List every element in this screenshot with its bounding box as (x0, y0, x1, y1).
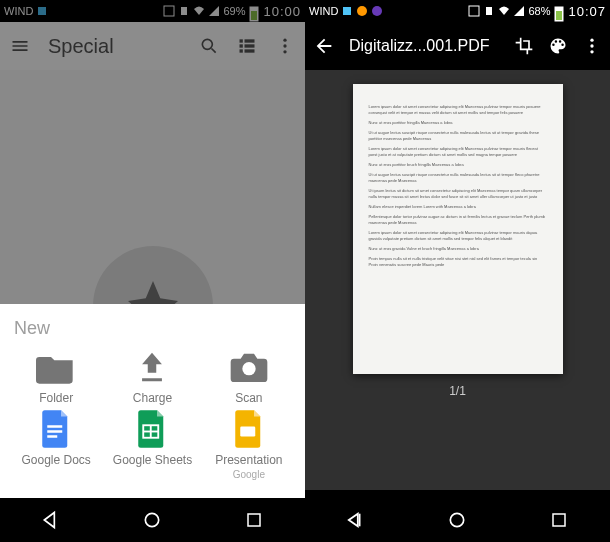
item-label: Scan (235, 391, 262, 405)
svg-rect-12 (245, 49, 255, 52)
svg-point-33 (590, 39, 593, 42)
svg-rect-18 (47, 430, 62, 433)
app-icon (371, 5, 383, 17)
sheets-icon (132, 411, 172, 447)
svg-rect-19 (47, 435, 57, 438)
svg-line-6 (212, 49, 216, 53)
item-label: Charge (133, 391, 172, 405)
google-docs-button[interactable]: Google Docs (10, 411, 102, 480)
google-sheets-button[interactable]: Google Sheets (106, 411, 198, 480)
svg-point-35 (590, 50, 593, 53)
svg-point-37 (451, 513, 464, 526)
sim-icon (341, 5, 353, 17)
nav-home-button[interactable] (446, 509, 468, 531)
clock-label: 10:07 (568, 4, 606, 19)
nav-home-button[interactable] (141, 509, 163, 531)
nav-recent-button[interactable] (548, 509, 570, 531)
sim-icon (36, 5, 48, 17)
svg-rect-38 (553, 514, 565, 526)
item-label: Google Sheets (113, 453, 192, 467)
view-list-icon[interactable] (237, 36, 257, 56)
new-bottom-sheet: New Folder Charge Scan Google Docs Googl… (0, 304, 305, 498)
svg-point-14 (283, 44, 286, 47)
svg-rect-11 (240, 49, 243, 52)
upload-icon (132, 349, 172, 385)
status-bar: WIND 69% 10:00 (0, 0, 305, 22)
svg-point-16 (242, 362, 255, 375)
menu-icon[interactable] (10, 36, 30, 56)
wifi-icon (498, 5, 510, 17)
nav-back-button[interactable] (40, 509, 62, 531)
google-slides-button[interactable]: Presentation Google (203, 411, 295, 480)
nav-recent-button[interactable] (243, 509, 265, 531)
item-label: Google Docs (21, 453, 90, 467)
document-title: Digitalizz...001.PDF (349, 37, 500, 55)
app-icon (356, 5, 368, 17)
svg-rect-32 (556, 11, 562, 20)
pdf-viewer[interactable]: Lorem ipsum dolor sit amet consectetur a… (305, 70, 610, 490)
svg-point-15 (283, 50, 286, 53)
back-icon[interactable] (313, 35, 335, 57)
more-icon[interactable] (275, 36, 295, 56)
app-bar: Digitalizz...001.PDF (305, 22, 610, 70)
svg-point-27 (357, 6, 367, 16)
svg-rect-17 (47, 425, 62, 428)
signal-icon (208, 5, 220, 17)
battery-icon (248, 5, 260, 17)
svg-rect-23 (240, 427, 255, 437)
svg-rect-7 (240, 39, 243, 42)
battery-icon (553, 5, 565, 17)
status-bar: WIND 68% 10:07 (305, 0, 610, 22)
app-bar: Special (0, 22, 305, 70)
carrier-label: WIND (4, 5, 33, 17)
vibrate-icon (178, 5, 190, 17)
slides-icon (229, 411, 269, 447)
svg-rect-30 (486, 7, 492, 15)
nfc-icon (468, 5, 480, 17)
nav-bar (305, 498, 610, 542)
wifi-icon (193, 5, 205, 17)
svg-point-28 (372, 6, 382, 16)
svg-point-24 (146, 513, 159, 526)
camera-icon (229, 349, 269, 385)
svg-point-5 (202, 39, 212, 49)
svg-rect-8 (245, 39, 255, 42)
battery-label: 68% (528, 5, 550, 17)
svg-point-34 (590, 44, 593, 47)
item-label: Presentation (215, 453, 282, 467)
nfc-icon (163, 5, 175, 17)
signal-icon (513, 5, 525, 17)
nav-back-button[interactable] (345, 509, 367, 531)
svg-rect-0 (38, 7, 46, 15)
svg-rect-9 (240, 44, 243, 47)
upload-button[interactable]: Charge (106, 349, 198, 405)
scan-button[interactable]: Scan (203, 349, 295, 405)
palette-icon[interactable] (548, 36, 568, 56)
more-icon[interactable] (582, 36, 602, 56)
vibrate-icon (483, 5, 495, 17)
clock-label: 10:00 (263, 4, 301, 19)
app-title: Special (48, 35, 181, 58)
svg-rect-10 (245, 44, 255, 47)
item-label: Folder (39, 391, 73, 405)
new-folder-button[interactable]: Folder (10, 349, 102, 405)
svg-rect-29 (469, 6, 479, 16)
svg-point-13 (283, 39, 286, 42)
item-sublabel: Google (233, 469, 265, 480)
svg-rect-2 (181, 7, 187, 15)
search-icon[interactable] (199, 36, 219, 56)
crop-icon[interactable] (514, 36, 534, 56)
folder-icon (36, 349, 76, 385)
svg-rect-4 (251, 11, 257, 20)
carrier-label: WIND (309, 5, 338, 17)
docs-icon (36, 411, 76, 447)
pdf-page: Lorem ipsum dolor sit amet consectetur a… (353, 84, 563, 374)
svg-rect-25 (248, 514, 260, 526)
nav-bar (0, 498, 305, 542)
svg-rect-26 (343, 7, 351, 15)
svg-rect-1 (164, 6, 174, 16)
battery-label: 69% (223, 5, 245, 17)
page-counter: 1/1 (449, 384, 466, 398)
sheet-heading: New (10, 318, 295, 339)
